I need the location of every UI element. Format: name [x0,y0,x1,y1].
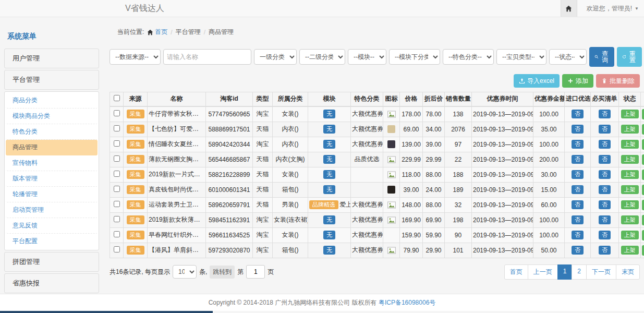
import-select-toggle[interactable]: 否 [572,246,584,255]
status-toggle[interactable]: 上架 [621,170,639,179]
must-buy-toggle[interactable]: 否 [599,231,611,239]
status-toggle[interactable]: 上架 [621,110,639,118]
breadcrumb-home-link[interactable]: 首页 [147,28,167,37]
pagination-button[interactable]: 上一页 [528,264,558,280]
sidebar-group-item[interactable]: 用户管理 [4,49,99,68]
sidebar-group-item[interactable]: 省惠快报 [4,273,99,293]
must-buy-toggle[interactable]: 否 [599,125,611,134]
import-select-toggle[interactable]: 否 [572,170,584,179]
must-buy-toggle[interactable]: 否 [599,155,611,164]
edit-button[interactable] [642,139,644,150]
import-select-toggle[interactable]: 否 [572,185,584,194]
icp-link[interactable]: 粤ICP备16098006号 [379,298,435,307]
must-buy-toggle[interactable]: 否 [599,246,611,255]
module-badge[interactable]: 无 [323,231,335,239]
status-toggle[interactable]: 上架 [621,185,639,194]
select-all-checkbox[interactable] [114,95,120,101]
module-badge[interactable]: 品牌精选 [309,200,338,209]
edit-button[interactable] [642,154,644,165]
filter-select[interactable]: --特色分类-- [443,49,494,65]
batch-delete-button[interactable]: 批量删除 [596,74,640,88]
import-select-toggle[interactable]: 否 [572,215,584,224]
row-checkbox[interactable] [114,125,120,131]
filter-select[interactable]: 一级分类 [254,49,297,65]
status-toggle[interactable]: 上架 [621,125,639,134]
import-select-toggle[interactable]: 否 [572,155,584,164]
sidebar-group-item[interactable]: 拼团管理 [4,252,99,272]
sidebar-sub-item[interactable]: 宣传物料 [6,155,98,171]
pagination-button[interactable]: 1 [557,264,573,280]
pagination-button[interactable]: 首页 [504,264,528,280]
edit-button[interactable] [642,185,644,195]
pagination-button[interactable]: 末页 [616,264,640,280]
pagination-button[interactable]: 2 [572,264,587,280]
import-select-toggle[interactable]: 否 [572,231,584,239]
import-excel-button[interactable]: 导入excel [514,74,560,88]
module-badge[interactable]: 无 [323,215,335,224]
import-select-toggle[interactable]: 否 [572,200,584,209]
import-select-toggle[interactable]: 否 [572,140,584,149]
edit-button[interactable] [642,230,644,240]
pagination-button[interactable]: 下一页 [586,264,616,280]
module-badge[interactable]: 无 [323,140,335,149]
edit-button[interactable] [642,200,644,210]
filter-select[interactable]: --状态-- [549,49,587,65]
must-buy-toggle[interactable]: 否 [599,200,611,209]
filter-select[interactable]: --二级分类-- [299,49,345,65]
sidebar-group-item[interactable]: 平台管理 [4,70,99,90]
must-buy-toggle[interactable]: 否 [599,110,611,118]
row-checkbox[interactable] [114,155,120,162]
sidebar-sub-item[interactable]: 模块商品分类 [6,109,98,124]
sidebar-sub-item[interactable]: 轮播管理 [6,187,98,202]
row-checkbox[interactable] [114,110,120,116]
name-search-input[interactable] [163,49,251,65]
sidebar-sub-item[interactable]: 商品管理 [6,140,98,155]
status-toggle[interactable]: 上架 [621,231,639,239]
must-buy-toggle[interactable]: 否 [599,140,611,149]
page-size-select[interactable]: 10 [173,265,197,279]
row-checkbox[interactable] [114,171,120,177]
jump-button[interactable]: 跳转到 [210,266,235,279]
query-button[interactable]: 查询 [589,47,614,67]
edit-button[interactable] [642,124,644,135]
filter-select[interactable]: --数据来源-- [110,49,161,65]
sidebar-sub-item[interactable]: 特色分类 [6,124,98,140]
module-badge[interactable]: 无 [323,246,335,255]
user-menu[interactable]: 欢迎您，管理员! ▼ [587,4,639,13]
sidebar-sub-item[interactable]: 平台配置 [6,234,98,249]
row-checkbox[interactable] [114,201,120,207]
module-badge[interactable]: 无 [323,170,335,179]
row-checkbox[interactable] [114,231,120,237]
status-toggle[interactable]: 上架 [621,215,639,224]
module-badge[interactable]: 无 [323,125,335,134]
status-toggle[interactable]: 上架 [621,200,639,209]
import-select-toggle[interactable]: 否 [572,110,584,118]
module-badge[interactable]: 无 [323,110,335,118]
row-checkbox[interactable] [114,186,120,192]
jump-page-input[interactable] [246,265,265,279]
filter-select[interactable]: --宝贝类型-- [496,49,546,65]
edit-button[interactable] [642,109,644,119]
import-select-toggle[interactable]: 否 [572,125,584,134]
must-buy-toggle[interactable]: 否 [599,185,611,194]
edit-button[interactable] [642,215,644,225]
home-button[interactable] [561,0,577,17]
sidebar-sub-item[interactable]: 意见反馈 [6,218,98,234]
must-buy-toggle[interactable]: 否 [599,215,611,224]
status-toggle[interactable]: 上架 [621,140,639,149]
filter-select[interactable]: --模块-- [348,49,386,65]
module-badge[interactable]: 无 [323,155,335,164]
add-button[interactable]: 添加 [562,74,593,88]
status-toggle[interactable]: 上架 [621,246,639,255]
reset-button[interactable]: 重置 [617,47,642,67]
status-toggle[interactable]: 上架 [621,155,639,164]
module-badge[interactable]: 无 [323,185,335,194]
sidebar-sub-item[interactable]: 启动页管理 [6,202,98,218]
sidebar-sub-item[interactable]: 商品分类 [6,93,98,109]
sidebar-sub-item[interactable]: 版本管理 [6,171,98,187]
row-checkbox[interactable] [114,140,120,147]
edit-button[interactable] [642,245,644,256]
must-buy-toggle[interactable]: 否 [599,170,611,179]
row-checkbox[interactable] [114,216,120,222]
row-checkbox[interactable] [114,246,120,252]
